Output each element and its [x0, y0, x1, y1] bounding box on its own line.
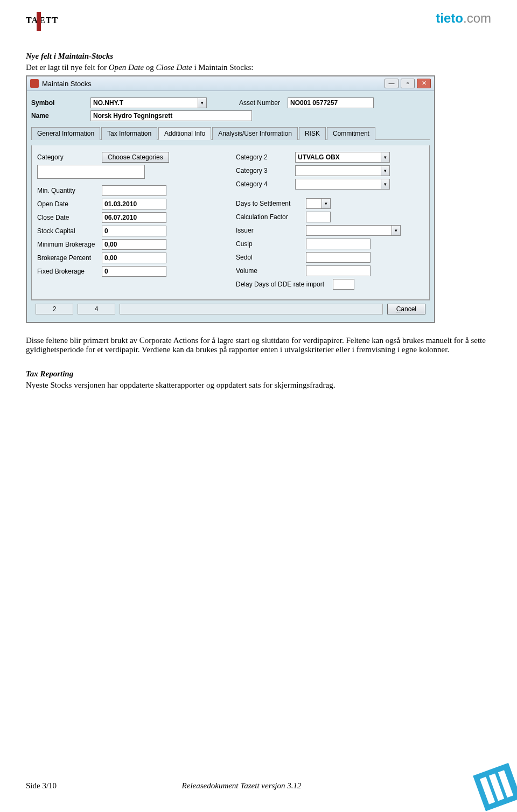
cusip-input[interactable] [306, 239, 371, 249]
chevron-down-icon[interactable]: ▾ [381, 152, 390, 163]
chevron-down-icon[interactable]: ▾ [381, 179, 390, 190]
category-listbox[interactable] [37, 165, 145, 179]
symbol-input[interactable] [90, 97, 198, 108]
tab-body: Category Choose Categories Min. Quantity… [31, 145, 430, 300]
category-label: Category [37, 153, 102, 161]
fixbrok-label: Fixed Brokerage [37, 268, 102, 275]
window-buttons: — ▫ ✕ [385, 79, 431, 88]
issuer-label: Issuer [236, 227, 306, 234]
tieto-text: tieto [436, 11, 463, 25]
intro-closedate: Close Date [156, 63, 192, 72]
brokpct-input[interactable] [102, 253, 166, 263]
paragraph-1: Disse feltene blir primært brukt av Corp… [26, 336, 491, 354]
days-label: Days to Settlement [236, 200, 306, 207]
cat2-combo[interactable]: ▾ [295, 152, 390, 163]
cusip-label: Cusip [236, 240, 306, 248]
days-input[interactable] [306, 198, 322, 209]
tab-tax[interactable]: Tax Information [101, 127, 157, 140]
name-label: Name [31, 112, 90, 120]
intro-c: i Maintain Stocks: [192, 63, 254, 72]
cat4-input[interactable] [295, 179, 381, 190]
fixbrok-input[interactable] [102, 266, 166, 277]
status-bar: 2 4 Cancel [31, 300, 430, 318]
status-cell-2: 4 [78, 304, 115, 314]
tazett-logo: TAETT [26, 11, 58, 30]
tab-commitment[interactable]: Commitment [327, 127, 375, 140]
intro-a: Det er lagt til nye felt for [26, 63, 109, 72]
opendate-input[interactable] [102, 199, 166, 209]
days-combo[interactable]: ▾ [306, 198, 331, 209]
minimize-button[interactable]: — [385, 79, 399, 88]
window-title: Maintain Stocks [42, 80, 385, 88]
calc-label: Calculation Factor [236, 213, 306, 221]
tab-strip: General Information Tax Information Addi… [31, 127, 430, 140]
footer-pagenum: Side 3/10 [26, 781, 57, 790]
corner-tieto-logo [458, 753, 517, 812]
cancel-button[interactable]: Cancel [387, 304, 425, 314]
page-footer: Side 3/10 Releasedokument Tazett versjon… [26, 781, 491, 790]
chevron-down-icon[interactable]: ▾ [392, 225, 401, 236]
status-cell-1: 2 [36, 304, 73, 314]
close-button[interactable]: ✕ [417, 79, 431, 88]
intro-b: og [144, 63, 156, 72]
volume-input[interactable] [306, 265, 371, 276]
chevron-down-icon[interactable]: ▾ [322, 198, 331, 209]
tab-general[interactable]: General Information [31, 127, 100, 140]
section2-text: Nyeste Stocks versjonen har oppdaterte s… [26, 381, 491, 390]
maximize-button[interactable]: ▫ [401, 79, 415, 88]
chevron-down-icon[interactable]: ▾ [198, 97, 207, 108]
cat4-label: Category 4 [236, 180, 295, 188]
cat3-input[interactable] [295, 165, 381, 176]
minbrok-label: Minimum Brokerage [37, 241, 102, 248]
opendate-label: Open Date [37, 200, 102, 208]
cat2-label: Category 2 [236, 153, 295, 161]
closedate-label: Close Date [37, 214, 102, 221]
tieto-com: .com [463, 11, 491, 25]
symbol-label: Symbol [31, 99, 90, 107]
minq-input[interactable] [102, 185, 166, 196]
cat4-combo[interactable]: ▾ [295, 179, 390, 190]
closedate-input[interactable] [102, 212, 166, 223]
tab-analysis[interactable]: Analysis/User Information [212, 127, 298, 140]
titlebar: Maintain Stocks — ▫ ✕ [27, 76, 434, 91]
minq-label: Min. Quantity [37, 187, 102, 194]
maintain-stocks-window: Maintain Stocks — ▫ ✕ Symbol ▾ Asset Num… [26, 75, 435, 323]
app-icon [30, 79, 39, 88]
issuer-input[interactable] [306, 225, 392, 236]
tab-additional[interactable]: Additional Info [158, 127, 211, 140]
page-header: TAETT tieto.com [26, 11, 491, 30]
choose-categories-button[interactable]: Choose Categories [102, 152, 169, 163]
sedol-input[interactable] [306, 252, 371, 263]
cat2-input[interactable] [295, 152, 381, 163]
section1-heading: Nye felt i Maintain-Stocks [26, 52, 491, 61]
symbol-combo[interactable]: ▾ [90, 97, 207, 108]
asset-label: Asset Number [239, 99, 288, 107]
tab-risk[interactable]: RISK [299, 127, 326, 140]
brokpct-label: Brokerage Percent [37, 254, 102, 262]
cat3-label: Category 3 [236, 167, 295, 174]
calc-input[interactable] [306, 212, 331, 222]
asset-input[interactable] [288, 97, 374, 108]
tieto-logo: tieto.com [436, 11, 491, 26]
volume-label: Volume [236, 267, 306, 275]
right-column: Category 2 ▾ Category 3 ▾ [236, 150, 424, 292]
footer-docname: Releasedokument Tazett versjon 3.12 [182, 781, 302, 790]
delay-label: Delay Days of DDE rate import [236, 281, 333, 288]
issuer-combo[interactable]: ▾ [306, 225, 401, 236]
intro-opendate: Open Date [109, 63, 144, 72]
name-input[interactable] [90, 110, 252, 121]
cancel-label-rest: ancel [401, 305, 416, 313]
section2-heading: Tax Reporting [26, 369, 491, 379]
chevron-down-icon[interactable]: ▾ [381, 165, 390, 176]
section1-intro: Det er lagt til nye felt for Open Date o… [26, 63, 491, 72]
cat3-combo[interactable]: ▾ [295, 165, 390, 176]
stockcap-label: Stock Capital [37, 227, 102, 235]
minbrok-input[interactable] [102, 239, 166, 250]
left-column: Category Choose Categories Min. Quantity… [37, 150, 225, 292]
stockcap-input[interactable] [102, 226, 166, 236]
delay-input[interactable] [333, 279, 354, 290]
status-spacer [120, 304, 383, 314]
sedol-label: Sedol [236, 254, 306, 261]
